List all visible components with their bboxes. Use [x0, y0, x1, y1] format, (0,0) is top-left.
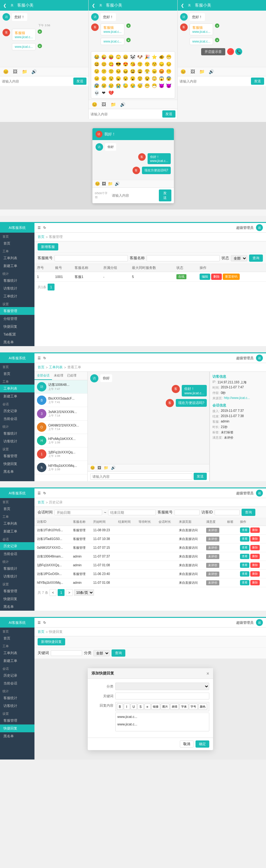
rich-btn-link[interactable]: 链接	[151, 704, 160, 710]
filter-name-input[interactable]	[147, 255, 220, 261]
chat-send-btn[interactable]: 发送	[194, 473, 207, 480]
emoji-item[interactable]: 😡	[158, 68, 165, 75]
tab-all[interactable]: 全部会话	[34, 372, 52, 380]
emoji-item[interactable]: 😓	[122, 82, 129, 89]
sound-icon-2[interactable]: 🔊	[119, 101, 126, 107]
view-btn-5[interactable]: 查看	[240, 562, 249, 568]
del-btn-2[interactable]: 删除	[250, 536, 260, 541]
emoji-item[interactable]: 😲	[136, 75, 143, 82]
view-btn-3[interactable]: 查看	[240, 545, 249, 550]
emoji-item[interactable]: 😤	[143, 68, 151, 75]
emoji-item[interactable]: 😖	[122, 68, 129, 75]
modal-folder-icon[interactable]: 📁	[108, 181, 113, 186]
rich-btn-font[interactable]: 字体	[180, 704, 188, 710]
sidebar-item-3-current[interactable]: 当前会话	[0, 550, 34, 558]
emoji-item[interactable]: 😁	[165, 54, 172, 60]
sidebar-item-4-blacklist[interactable]: 黑名单	[0, 732, 34, 740]
modal-image-icon[interactable]: 🖼	[102, 181, 106, 186]
image-icon-2[interactable]: 🖼	[101, 101, 107, 107]
view-btn-7[interactable]: 查看	[240, 580, 249, 585]
emoji-item[interactable]: 🙁	[107, 68, 114, 75]
rich-btn-strike[interactable]: S	[137, 704, 144, 710]
rich-btn-size[interactable]: 字号	[189, 704, 198, 710]
close-dialog-icon[interactable]: ×	[207, 671, 209, 676]
emoji-item[interactable]: 😎	[115, 61, 122, 67]
sidebar-item-tab-config[interactable]: Tab配置	[0, 331, 34, 338]
emoji-item[interactable]: 😠	[151, 68, 158, 75]
view-btn-4[interactable]: 查看	[240, 554, 249, 559]
emoji-icon-3[interactable]: 😊	[180, 68, 186, 75]
filter-account-input[interactable]	[54, 255, 128, 261]
refresh-icon-3[interactable]: ↻	[43, 491, 46, 495]
back-arrow-icon-2[interactable]: ❮	[92, 3, 95, 8]
del-btn-1[interactable]: 删除	[250, 527, 260, 533]
emoji-item[interactable]: 😫	[129, 68, 136, 75]
sidebar-item-2-quick-reply[interactable]: 快捷回复	[0, 460, 34, 468]
emoji-item[interactable]: 😷	[151, 82, 158, 89]
emoji-item[interactable]: 😟	[93, 68, 100, 75]
add-quick-reply-button[interactable]: 新增快捷回复	[37, 638, 65, 645]
del-btn-4[interactable]: 删除	[250, 554, 260, 559]
emoji-item[interactable]: 😩	[136, 68, 143, 75]
emoji-item[interactable]: 😘	[129, 61, 136, 67]
page-1-btn[interactable]: 1	[58, 589, 64, 596]
emoji-item[interactable]: 😬	[143, 82, 151, 89]
emoji-item[interactable]: 😝	[107, 54, 114, 60]
emoji-item[interactable]: 😭	[115, 82, 122, 89]
filter-agent-input[interactable]	[175, 510, 200, 515]
emoji-item[interactable]: 💔	[107, 89, 114, 96]
sidebar-item-3-workorder[interactable]: 工单列表	[0, 520, 34, 527]
open-sound-button[interactable]: 开启提示音	[201, 48, 225, 55]
reset-pwd-button[interactable]: 重置密码	[223, 274, 240, 280]
folder-icon[interactable]: 📁	[21, 68, 28, 75]
prev-btn[interactable]: <	[50, 589, 56, 596]
chat-list-item-3[interactable]: 3 3sNK1f1NXXXlN... 上午 7:14	[34, 407, 87, 421]
sidebar-item-blacklist[interactable]: 黑名单	[0, 338, 34, 346]
emoji-item[interactable]: 😱	[158, 75, 165, 82]
rich-btn-emoji[interactable]: 表情	[170, 704, 179, 710]
del-btn-6[interactable]: 删除	[250, 571, 260, 577]
rich-btn-image[interactable]: 图片	[161, 704, 169, 710]
chat-list-item-5[interactable]: H HPoMq1bKXXX... 上午 1:08	[34, 434, 87, 447]
sidebar-item-3-home[interactable]: 首页	[0, 505, 34, 513]
image-icon[interactable]: 🖼	[12, 68, 18, 75]
emoji-item[interactable]: 😯	[107, 75, 114, 82]
emoji-item[interactable]: 😨	[165, 75, 172, 82]
emoji-item[interactable]: 😈	[158, 82, 165, 89]
cancel-dialog-button[interactable]: 取消	[180, 740, 194, 748]
sidebar-item-home[interactable]: 首页	[0, 240, 34, 247]
chat-list-item-1[interactable]: 访 访客100648... 上午 7:47	[34, 380, 87, 394]
del-btn-5[interactable]: 删除	[250, 562, 260, 568]
folder-icon-chat[interactable]: 📁	[104, 466, 108, 470]
chat-list-item-7[interactable]: h h8YBq1bXXXMq... 上午 1:08	[34, 461, 87, 474]
sidebar-item-3-quick-reply[interactable]: 快捷回复	[0, 595, 34, 603]
sidebar-item-4-stats-a[interactable]: 客服统计	[0, 694, 34, 702]
sidebar-item-4-quick-reply[interactable]: 快捷回复	[0, 724, 34, 732]
image-icon-3[interactable]: 🖼	[190, 68, 196, 75]
emoji-item[interactable]: 🐼	[129, 54, 136, 60]
back-arrow-icon[interactable]: ❮	[3, 3, 6, 8]
sidebar-item-2-workorder-list[interactable]: 工单列表	[0, 384, 34, 393]
emoji-item[interactable]: 😄	[122, 54, 129, 60]
sidebar-item-4-history[interactable]: 历史记录	[0, 672, 34, 679]
emoji-item[interactable]: 😪	[129, 82, 136, 89]
del-btn-3[interactable]: 删除	[250, 545, 260, 550]
emoji-item[interactable]: 😮	[129, 75, 136, 82]
sidebar-item-3-blacklist[interactable]: 黑名单	[0, 603, 34, 611]
chat-message-input[interactable]	[90, 473, 192, 479]
tab-unprocessed[interactable]: 未处理	[52, 372, 65, 380]
rich-btn-align[interactable]: ≡	[144, 704, 151, 710]
sidebar-item-3-stats-visitor[interactable]: 访客统计	[0, 572, 34, 580]
sidebar-item-3-history[interactable]: 历史记录	[0, 542, 34, 550]
sidebar-item-group-manage[interactable]: 分组管理	[0, 315, 34, 323]
chat-list-item-2[interactable]: B BloXXXSdadcF... 上午 7:41	[34, 394, 87, 407]
emoji-item[interactable]: 😞	[158, 61, 165, 67]
sidebar-item-2-blacklist[interactable]: 黑名单	[0, 468, 34, 475]
emoji-item[interactable]: 😐	[93, 75, 100, 82]
next-btn[interactable]: >	[66, 589, 73, 596]
sidebar-item-2-agent-manage[interactable]: 客服管理	[0, 452, 34, 460]
sound-icon-chat[interactable]: 🔊	[111, 466, 115, 470]
search-button-4[interactable]: 查询	[111, 649, 125, 657]
sidebar-item-2-current-chat[interactable]: 当前会话	[0, 415, 34, 423]
rich-btn-color[interactable]: 颜色	[198, 704, 207, 710]
